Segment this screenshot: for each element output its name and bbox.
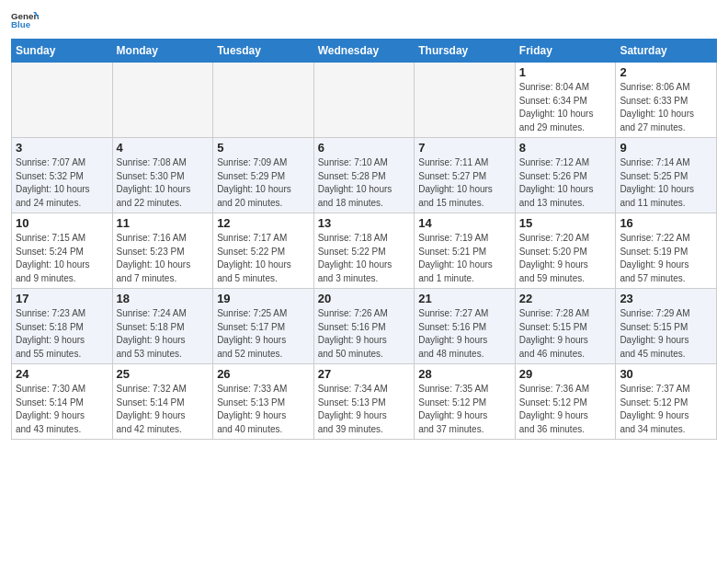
day-number: 15 xyxy=(519,216,612,230)
calendar-day-16: 16Sunrise: 7:22 AMSunset: 5:19 PMDayligh… xyxy=(616,213,717,289)
day-info: Sunrise: 7:22 AMSunset: 5:19 PMDaylight:… xyxy=(620,232,712,285)
day-number: 18 xyxy=(117,292,210,305)
calendar-day-empty xyxy=(213,63,314,138)
calendar-day-20: 20Sunrise: 7:26 AMSunset: 5:16 PMDayligh… xyxy=(313,289,415,364)
day-number: 21 xyxy=(418,292,511,305)
calendar-header-saturday: Saturday xyxy=(616,40,717,63)
day-info: Sunrise: 7:19 AMSunset: 5:21 PMDaylight:… xyxy=(418,232,511,285)
day-number: 1 xyxy=(519,65,612,79)
day-info: Sunrise: 7:29 AMSunset: 5:15 PMDaylight:… xyxy=(620,307,712,361)
day-number: 29 xyxy=(519,367,612,381)
calendar-day-30: 30Sunrise: 7:37 AMSunset: 5:12 PMDayligh… xyxy=(616,364,717,440)
calendar-week-row: 24Sunrise: 7:30 AMSunset: 5:14 PMDayligh… xyxy=(12,364,717,440)
day-info: Sunrise: 7:16 AMSunset: 5:23 PMDaylight:… xyxy=(117,232,210,285)
logo: General Blue xyxy=(11,9,42,31)
day-info: Sunrise: 7:32 AMSunset: 5:14 PMDaylight:… xyxy=(117,383,210,436)
calendar-day-1: 1Sunrise: 8:04 AMSunset: 6:34 PMDaylight… xyxy=(515,63,616,138)
calendar-day-22: 22Sunrise: 7:28 AMSunset: 5:15 PMDayligh… xyxy=(515,289,616,364)
calendar-header-friday: Friday xyxy=(515,40,616,63)
header: General Blue xyxy=(11,9,717,31)
day-info: Sunrise: 7:25 AMSunset: 5:17 PMDaylight:… xyxy=(217,307,310,361)
day-number: 17 xyxy=(16,292,108,305)
day-number: 25 xyxy=(117,367,210,381)
svg-text:Blue: Blue xyxy=(11,19,31,29)
day-info: Sunrise: 7:27 AMSunset: 5:16 PMDaylight:… xyxy=(418,307,511,361)
calendar-day-empty xyxy=(112,63,213,138)
calendar-day-10: 10Sunrise: 7:15 AMSunset: 5:24 PMDayligh… xyxy=(12,213,113,289)
calendar-day-19: 19Sunrise: 7:25 AMSunset: 5:17 PMDayligh… xyxy=(213,289,314,364)
day-info: Sunrise: 7:15 AMSunset: 5:24 PMDaylight:… xyxy=(16,232,108,285)
calendar-day-26: 26Sunrise: 7:33 AMSunset: 5:13 PMDayligh… xyxy=(213,364,314,440)
calendar-day-13: 13Sunrise: 7:18 AMSunset: 5:22 PMDayligh… xyxy=(313,213,415,289)
day-number: 19 xyxy=(217,292,310,305)
day-info: Sunrise: 8:06 AMSunset: 6:33 PMDaylight:… xyxy=(620,81,712,134)
day-number: 23 xyxy=(620,292,712,305)
day-info: Sunrise: 7:10 AMSunset: 5:28 PMDaylight:… xyxy=(318,156,411,210)
day-info: Sunrise: 7:35 AMSunset: 5:12 PMDaylight:… xyxy=(418,383,511,436)
day-number: 10 xyxy=(16,216,108,230)
day-info: Sunrise: 7:36 AMSunset: 5:12 PMDaylight:… xyxy=(519,383,612,436)
day-number: 16 xyxy=(620,216,712,230)
calendar-week-row: 17Sunrise: 7:23 AMSunset: 5:18 PMDayligh… xyxy=(12,289,717,364)
day-info: Sunrise: 7:08 AMSunset: 5:30 PMDaylight:… xyxy=(117,156,210,210)
day-number: 5 xyxy=(217,141,310,155)
day-number: 22 xyxy=(519,292,612,305)
calendar-day-11: 11Sunrise: 7:16 AMSunset: 5:23 PMDayligh… xyxy=(112,213,213,289)
day-number: 11 xyxy=(117,216,210,230)
calendar-day-empty xyxy=(313,63,415,138)
day-number: 8 xyxy=(519,141,612,155)
calendar-header-row: SundayMondayTuesdayWednesdayThursdayFrid… xyxy=(12,40,717,63)
day-info: Sunrise: 7:07 AMSunset: 5:32 PMDaylight:… xyxy=(16,156,108,210)
day-info: Sunrise: 7:09 AMSunset: 5:29 PMDaylight:… xyxy=(217,156,310,210)
day-info: Sunrise: 7:12 AMSunset: 5:26 PMDaylight:… xyxy=(519,156,612,210)
calendar-day-empty xyxy=(12,63,113,138)
calendar-header-monday: Monday xyxy=(112,40,213,63)
day-number: 27 xyxy=(318,367,411,381)
calendar-header-sunday: Sunday xyxy=(12,40,113,63)
calendar-day-2: 2Sunrise: 8:06 AMSunset: 6:33 PMDaylight… xyxy=(616,63,717,138)
calendar: SundayMondayTuesdayWednesdayThursdayFrid… xyxy=(11,39,717,440)
calendar-day-23: 23Sunrise: 7:29 AMSunset: 5:15 PMDayligh… xyxy=(616,289,717,364)
day-number: 28 xyxy=(418,367,511,381)
day-number: 3 xyxy=(16,141,108,155)
day-info: Sunrise: 7:33 AMSunset: 5:13 PMDaylight:… xyxy=(217,383,310,436)
day-info: Sunrise: 7:14 AMSunset: 5:25 PMDaylight:… xyxy=(620,156,712,210)
day-number: 14 xyxy=(418,216,511,230)
calendar-day-5: 5Sunrise: 7:09 AMSunset: 5:29 PMDaylight… xyxy=(213,138,314,213)
day-number: 26 xyxy=(217,367,310,381)
calendar-header-tuesday: Tuesday xyxy=(213,40,314,63)
day-number: 20 xyxy=(318,292,411,305)
day-number: 9 xyxy=(620,141,712,155)
day-number: 4 xyxy=(117,141,210,155)
day-info: Sunrise: 7:23 AMSunset: 5:18 PMDaylight:… xyxy=(16,307,108,361)
day-number: 30 xyxy=(620,367,712,381)
day-number: 13 xyxy=(318,216,411,230)
day-info: Sunrise: 7:28 AMSunset: 5:15 PMDaylight:… xyxy=(519,307,612,361)
day-number: 7 xyxy=(418,141,511,155)
calendar-week-row: 10Sunrise: 7:15 AMSunset: 5:24 PMDayligh… xyxy=(12,213,717,289)
page-container: General Blue SundayMondayTuesdayWednesda… xyxy=(0,0,728,447)
calendar-day-empty xyxy=(415,63,516,138)
calendar-header-wednesday: Wednesday xyxy=(313,40,415,63)
calendar-day-21: 21Sunrise: 7:27 AMSunset: 5:16 PMDayligh… xyxy=(415,289,516,364)
calendar-day-9: 9Sunrise: 7:14 AMSunset: 5:25 PMDaylight… xyxy=(616,138,717,213)
calendar-day-7: 7Sunrise: 7:11 AMSunset: 5:27 PMDaylight… xyxy=(415,138,516,213)
day-info: Sunrise: 7:18 AMSunset: 5:22 PMDaylight:… xyxy=(318,232,411,285)
calendar-day-24: 24Sunrise: 7:30 AMSunset: 5:14 PMDayligh… xyxy=(12,364,113,440)
calendar-day-12: 12Sunrise: 7:17 AMSunset: 5:22 PMDayligh… xyxy=(213,213,314,289)
day-number: 6 xyxy=(318,141,411,155)
calendar-day-17: 17Sunrise: 7:23 AMSunset: 5:18 PMDayligh… xyxy=(12,289,113,364)
day-number: 2 xyxy=(620,65,712,79)
day-info: Sunrise: 7:37 AMSunset: 5:12 PMDaylight:… xyxy=(620,383,712,436)
day-info: Sunrise: 7:34 AMSunset: 5:13 PMDaylight:… xyxy=(318,383,411,436)
day-info: Sunrise: 7:20 AMSunset: 5:20 PMDaylight:… xyxy=(519,232,612,285)
day-info: Sunrise: 7:17 AMSunset: 5:22 PMDaylight:… xyxy=(217,232,310,285)
calendar-day-6: 6Sunrise: 7:10 AMSunset: 5:28 PMDaylight… xyxy=(313,138,415,213)
logo-icon: General Blue xyxy=(11,9,39,31)
day-info: Sunrise: 8:04 AMSunset: 6:34 PMDaylight:… xyxy=(519,81,612,134)
calendar-day-8: 8Sunrise: 7:12 AMSunset: 5:26 PMDaylight… xyxy=(515,138,616,213)
day-number: 12 xyxy=(217,216,310,230)
calendar-day-14: 14Sunrise: 7:19 AMSunset: 5:21 PMDayligh… xyxy=(415,213,516,289)
calendar-day-29: 29Sunrise: 7:36 AMSunset: 5:12 PMDayligh… xyxy=(515,364,616,440)
calendar-day-15: 15Sunrise: 7:20 AMSunset: 5:20 PMDayligh… xyxy=(515,213,616,289)
